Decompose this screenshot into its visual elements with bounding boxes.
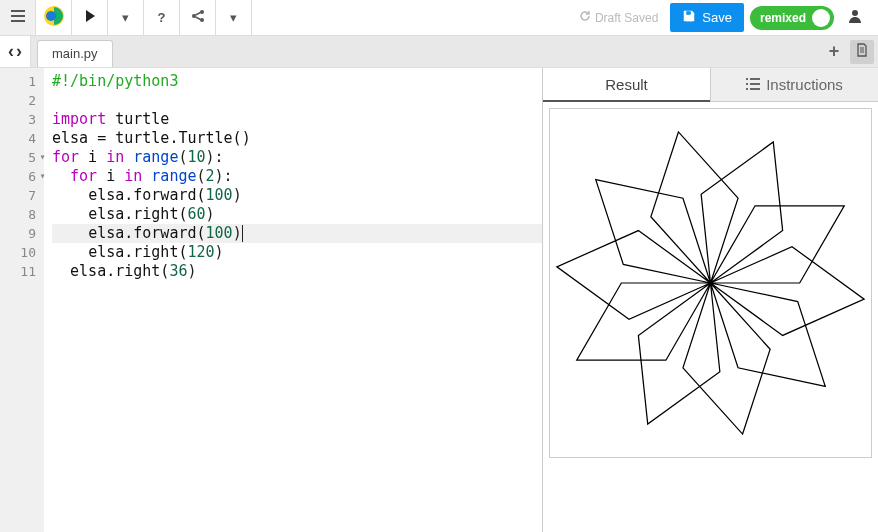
refresh-icon [579,10,591,25]
code-line: for i in range(2): [52,167,542,186]
line-number: 11 [0,262,44,281]
draft-saved-status: Draft Saved [573,10,664,25]
toggle-knob-icon [812,9,830,27]
list-icon [746,76,760,93]
line-number: 2 [0,91,44,110]
help-button[interactable]: ? [144,0,180,35]
draft-saved-text: Draft Saved [595,11,658,25]
nav-forward-button[interactable]: › [16,41,22,62]
hamburger-icon [10,8,26,27]
line-number: 4 [0,129,44,148]
menu-button[interactable] [0,0,36,35]
code-line: elsa = turtle.Turtle() [52,129,542,148]
save-button[interactable]: Save [670,3,744,32]
code-line: for i in range(10): [52,148,542,167]
file-icon [855,43,869,60]
share-icon [191,9,205,26]
line-gutter: 1 2 3 4 5 6 7 8 9 10 11 [0,68,44,532]
line-number: 8 [0,205,44,224]
panel-tabs: Result Instructions [543,68,878,102]
line-number: 9 [0,224,44,243]
text-cursor [242,225,243,242]
code-line: elsa.right(60) [52,205,542,224]
nav-arrows: ‹ › [0,36,31,67]
line-number: 1 [0,72,44,91]
tab-instructions[interactable]: Instructions [710,68,878,102]
save-label: Save [702,10,732,25]
turtle-output-canvas [549,108,872,458]
svg-point-4 [200,18,204,22]
remixed-toggle[interactable]: remixed [750,6,834,30]
code-line: elsa.forward(100) [52,186,542,205]
caret-down-icon: ▾ [230,10,237,25]
code-editor[interactable]: 1 2 3 4 5 6 7 8 9 10 11 #!/bin/python3 i… [0,68,542,532]
question-icon: ? [158,10,166,25]
app-logo[interactable] [36,0,72,35]
plus-icon: + [829,41,840,62]
save-icon [682,9,696,26]
code-line: import turtle [52,110,542,129]
user-icon [847,8,863,27]
share-menu-button[interactable]: ▾ [216,0,252,35]
nav-back-button[interactable]: ‹ [8,41,14,62]
user-menu-button[interactable] [840,8,870,27]
svg-point-2 [192,14,196,18]
line-number: 3 [0,110,44,129]
output-panel: Result Instructions [542,68,878,532]
play-icon [83,9,97,26]
code-line: elsa.right(36) [52,262,542,281]
main-area: 1 2 3 4 5 6 7 8 9 10 11 #!/bin/python3 i… [0,68,878,532]
share-button[interactable] [180,0,216,35]
editor-subbar: ‹ › main.py + [0,36,878,68]
add-file-button[interactable]: + [822,40,846,64]
topbar: ▾ ? ▾ Draft Saved Save remixed [0,0,878,36]
line-number: 10 [0,243,44,262]
line-number: 6 [0,167,44,186]
code-area[interactable]: #!/bin/python3 import turtle elsa = turt… [44,68,542,532]
line-number: 7 [0,186,44,205]
run-button[interactable] [72,0,108,35]
trinket-logo-icon [43,5,65,30]
code-line [52,91,542,110]
tab-instructions-label: Instructions [766,76,843,93]
file-tab-main[interactable]: main.py [37,40,113,67]
tab-result[interactable]: Result [543,68,710,102]
remixed-label: remixed [760,11,806,25]
svg-point-1 [46,11,56,21]
file-options-button[interactable] [850,40,874,64]
code-line: #!/bin/python3 [52,72,542,91]
code-line: elsa.right(120) [52,243,542,262]
caret-down-icon: ▾ [122,10,129,25]
run-menu-button[interactable]: ▾ [108,0,144,35]
svg-point-0 [44,6,64,26]
line-number: 5 [0,148,44,167]
result-canvas-wrap [543,102,878,532]
svg-point-5 [852,10,858,16]
code-line: elsa.forward(100) [52,224,542,243]
svg-point-3 [200,10,204,14]
